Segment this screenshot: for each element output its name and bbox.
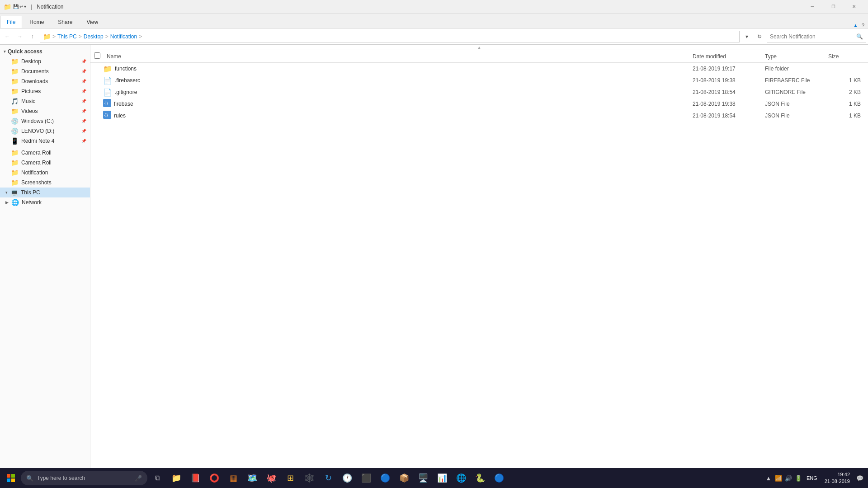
col-header-type[interactable]: Type: [765, 53, 828, 60]
taskbar-box-app[interactable]: 📦: [395, 469, 413, 487]
pin-icon: 📌: [81, 139, 86, 143]
taskbar-github[interactable]: 🐙: [262, 469, 280, 487]
row-checkbox[interactable]: [94, 112, 103, 120]
sidebar-item-label: Windows (C:): [21, 118, 54, 124]
file-row[interactable]: {} firebase 21-08-2019 19:38 JSON File 1…: [90, 98, 868, 110]
svg-rect-13: [11, 474, 15, 478]
col-header-date[interactable]: Date modified: [693, 53, 765, 60]
sidebar-item-network[interactable]: ▶ 🌐 Network: [0, 197, 90, 207]
ribbon-help[interactable]: ?: [862, 23, 864, 28]
sidebar-item-pictures[interactable]: 📁 Pictures 📌: [0, 86, 90, 96]
sidebar-item-label: LENOVO (D:): [21, 128, 54, 134]
up-button[interactable]: ↑: [27, 31, 38, 42]
tab-file[interactable]: File: [0, 16, 22, 28]
sidebar-section-quickaccess[interactable]: ▾ Quick access: [0, 47, 90, 56]
redmi-icon: 📱: [11, 137, 19, 145]
forward-button[interactable]: →: [14, 31, 25, 42]
row-checkbox[interactable]: [94, 77, 103, 84]
sidebar-item-lenovod[interactable]: 💿 LENOVO (D:) 📌: [0, 126, 90, 136]
content-area: ▲ Name Date modified Type Size: [90, 45, 868, 476]
sidebar-item-downloads[interactable]: 📁 Downloads 📌: [0, 76, 90, 86]
breadcrumb-dropdown[interactable]: ▾: [741, 31, 752, 42]
tab-home[interactable]: Home: [23, 16, 51, 28]
file-row[interactable]: 📁 functions 21-08-2019 19:17 File folder: [90, 63, 868, 75]
row-checkbox[interactable]: [94, 100, 103, 108]
tab-view[interactable]: View: [80, 16, 105, 28]
back-button[interactable]: ←: [2, 31, 13, 42]
svg-rect-14: [7, 479, 10, 482]
documents-icon: 📁: [11, 68, 19, 75]
sidebar-item-cameraroll1[interactable]: 📁 Camera Roll: [0, 148, 90, 158]
sidebar-item-documents[interactable]: 📁 Documents 📌: [0, 66, 90, 76]
taskbar-chrome[interactable]: 🔵: [490, 469, 508, 487]
sidebar-item-windowsc[interactable]: 💿 Windows (C:) 📌: [0, 116, 90, 126]
taskbar-app2[interactable]: ▦: [224, 469, 242, 487]
breadcrumb-desktop[interactable]: Desktop: [84, 33, 104, 40]
taskbar-app6[interactable]: 🔵: [376, 469, 394, 487]
taskbar-clock[interactable]: 19:42 21-08-2019: [821, 471, 854, 485]
taskbar-mic-icon[interactable]: 🎤: [135, 475, 142, 482]
select-all-checkbox[interactable]: [94, 52, 100, 59]
start-button[interactable]: [2, 469, 20, 487]
search-box[interactable]: 🔍: [767, 31, 866, 42]
tray-battery-icon[interactable]: 🔋: [794, 474, 803, 483]
sidebar-item-music[interactable]: 🎵 Music 📌: [0, 96, 90, 106]
taskbar-search[interactable]: 🔍 Type here to search 🎤: [21, 471, 147, 485]
pin-icon: 📌: [81, 69, 86, 74]
taskbar-maps[interactable]: 🗺️: [243, 469, 261, 487]
ie-icon: 🌐: [456, 473, 466, 483]
app7-icon: 🖥️: [418, 473, 428, 483]
refresh-button[interactable]: ↻: [754, 31, 765, 42]
col-header-name[interactable]: Name: [103, 53, 693, 60]
file-row[interactable]: 📄 .firebaserc 21-08-2019 19:38 FIREBASER…: [90, 75, 868, 86]
task-view-button[interactable]: ⧉: [148, 469, 166, 487]
close-button[interactable]: ✕: [844, 0, 864, 14]
tab-share[interactable]: Share: [51, 16, 79, 28]
file-date: 21-08-2019 18:54: [693, 113, 765, 119]
taskbar-file-explorer[interactable]: 📁: [167, 469, 185, 487]
tray-network-icon[interactable]: 📶: [774, 474, 783, 483]
sort-toggle[interactable]: ▲: [90, 45, 868, 50]
app3-icon: ⊞: [287, 473, 294, 483]
tray-volume-icon[interactable]: 🔊: [784, 474, 793, 483]
row-checkbox[interactable]: [94, 89, 103, 96]
taskbar-acrobat[interactable]: 📕: [186, 469, 204, 487]
taskbar-ie[interactable]: 🌐: [452, 469, 470, 487]
breadcrumb[interactable]: 📁 > This PC > Desktop > Notification >: [40, 31, 740, 42]
taskbar-app3[interactable]: ⊞: [281, 469, 299, 487]
box-app-icon: 📦: [399, 473, 409, 483]
language-indicator[interactable]: ENG: [805, 475, 819, 481]
search-input[interactable]: [770, 33, 854, 40]
svg-rect-12: [7, 474, 10, 478]
minimize-button[interactable]: ─: [802, 0, 823, 14]
taskbar-app4[interactable]: ↻: [319, 469, 337, 487]
sidebar-item-notification[interactable]: 📁 Notification: [0, 168, 90, 178]
breadcrumb-notification[interactable]: Notification: [110, 33, 137, 40]
file-type: JSON File: [765, 101, 828, 107]
tray-expand-button[interactable]: ▲: [764, 474, 773, 483]
taskbar-clock-app[interactable]: 🕐: [338, 469, 356, 487]
row-checkbox[interactable]: [94, 65, 103, 73]
taskbar-app1[interactable]: ⭕: [205, 469, 223, 487]
sidebar-item-cameraroll2[interactable]: 📁 Camera Roll: [0, 158, 90, 168]
file-row[interactable]: 📄 .gitignore 21-08-2019 18:54 GITIGNORE …: [90, 86, 868, 98]
file-row[interactable]: {} rules 21-08-2019 18:54 JSON File 1 KB: [90, 110, 868, 122]
sidebar-item-desktop[interactable]: 📁 Desktop 📌: [0, 56, 90, 66]
header-checkbox[interactable]: [94, 52, 103, 60]
maximize-button[interactable]: ☐: [823, 0, 844, 14]
ribbon-collapse[interactable]: ▲: [853, 23, 858, 28]
sidebar-item-screenshots[interactable]: 📁 Screenshots: [0, 178, 90, 188]
col-header-size[interactable]: Size: [828, 53, 864, 60]
taskbar-browser1[interactable]: 🕸️: [300, 469, 318, 487]
sidebar-item-videos[interactable]: 📁 Videos 📌: [0, 106, 90, 116]
breadcrumb-thispc[interactable]: This PC: [57, 33, 77, 40]
sidebar-item-redmi[interactable]: 📱 Redmi Note 4 📌: [0, 136, 90, 146]
sidebar-item-thispc[interactable]: ▾ 💻 This PC: [0, 188, 90, 197]
taskbar-app7[interactable]: 🖥️: [414, 469, 432, 487]
notification-center-button[interactable]: 💬: [855, 474, 864, 483]
taskbar-app5[interactable]: ⬛: [357, 469, 375, 487]
taskbar-app9[interactable]: 🐍: [471, 469, 489, 487]
file-type: File folder: [765, 66, 828, 72]
app8-icon: 📊: [437, 473, 447, 483]
taskbar-app8[interactable]: 📊: [433, 469, 451, 487]
